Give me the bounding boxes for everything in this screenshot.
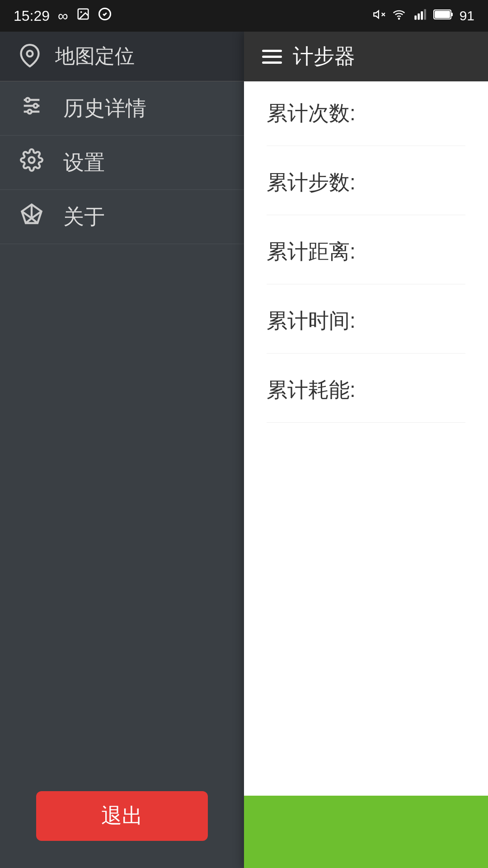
svg-rect-10: [424, 9, 426, 19]
svg-point-6: [398, 18, 399, 19]
hamburger-line-2: [262, 56, 282, 58]
sidebar: 地图定位 历史详情: [0, 32, 244, 868]
svg-rect-13: [435, 11, 450, 18]
main-content: 计步器 累计次数: 累计步数: 累计距离: 累计时间: 累计耗能:: [244, 32, 488, 868]
status-bar-right: 91: [373, 8, 474, 24]
main-header-title: 计步器: [293, 42, 355, 71]
sidebar-item-history-label: 历史详情: [63, 94, 146, 123]
stat-row-distance: 累计距离:: [267, 238, 465, 284]
svg-marker-3: [374, 10, 379, 18]
sidebar-item-settings-label: 设置: [63, 149, 105, 177]
svg-point-1: [80, 11, 82, 13]
sidebar-header: 地图定位: [0, 32, 244, 81]
stat-label-calories: 累计耗能:: [267, 376, 356, 404]
mute-icon: [373, 8, 385, 24]
logout-button[interactable]: 退出: [36, 791, 208, 841]
hamburger-line-3: [262, 61, 282, 64]
svg-rect-7: [414, 15, 417, 19]
svg-rect-9: [421, 11, 423, 20]
svg-point-21: [29, 157, 35, 163]
stats-area: 累计次数: 累计步数: 累计距离: 累计时间: 累计耗能:: [244, 81, 488, 796]
stat-label-distance: 累计距离:: [267, 238, 356, 266]
battery-icon: [433, 8, 453, 24]
start-button-area[interactable]: [244, 796, 488, 868]
check-icon: [98, 7, 112, 24]
diamond-icon: [18, 203, 45, 231]
stat-label-steps: 累计步数:: [267, 169, 356, 197]
sidebar-header-title: 地图定位: [55, 43, 135, 70]
location-icon: [18, 44, 42, 69]
hamburger-line-1: [262, 50, 282, 52]
stat-row-time: 累计时间:: [267, 307, 465, 354]
wifi-icon: [392, 8, 406, 24]
sidebar-item-about-label: 关于: [63, 203, 105, 231]
sidebar-item-about[interactable]: 关于: [0, 190, 244, 244]
svg-point-14: [27, 51, 33, 57]
signal-icon: [413, 8, 427, 24]
svg-point-20: [28, 109, 32, 113]
stat-label-time: 累计时间:: [267, 307, 356, 335]
sidebar-item-settings[interactable]: 设置: [0, 136, 244, 190]
status-bar-left: 15:29 ∞: [14, 7, 112, 24]
battery-percentage: 91: [460, 8, 474, 24]
svg-rect-12: [451, 13, 453, 16]
sliders-icon: [18, 94, 45, 123]
sidebar-item-history[interactable]: 历史详情: [0, 81, 244, 136]
image-icon: [76, 7, 90, 24]
status-bar: 15:29 ∞: [0, 0, 488, 32]
app-container: 地图定位 历史详情: [0, 32, 488, 868]
hamburger-menu-button[interactable]: [262, 50, 282, 64]
svg-rect-8: [418, 13, 420, 19]
svg-point-19: [33, 104, 38, 108]
main-header: 计步器: [244, 32, 488, 81]
stat-row-calories: 累计耗能:: [267, 376, 465, 423]
stat-label-count: 累计次数:: [267, 99, 356, 127]
sidebar-menu: 历史详情 设置: [0, 81, 244, 764]
svg-point-18: [26, 98, 30, 102]
stat-row-count: 累计次数:: [267, 99, 465, 146]
infinity-icon: ∞: [58, 8, 68, 24]
stat-row-steps: 累计步数:: [267, 169, 465, 215]
gear-icon: [18, 148, 45, 177]
sidebar-footer: 退出: [0, 764, 244, 868]
status-time: 15:29: [14, 8, 50, 24]
